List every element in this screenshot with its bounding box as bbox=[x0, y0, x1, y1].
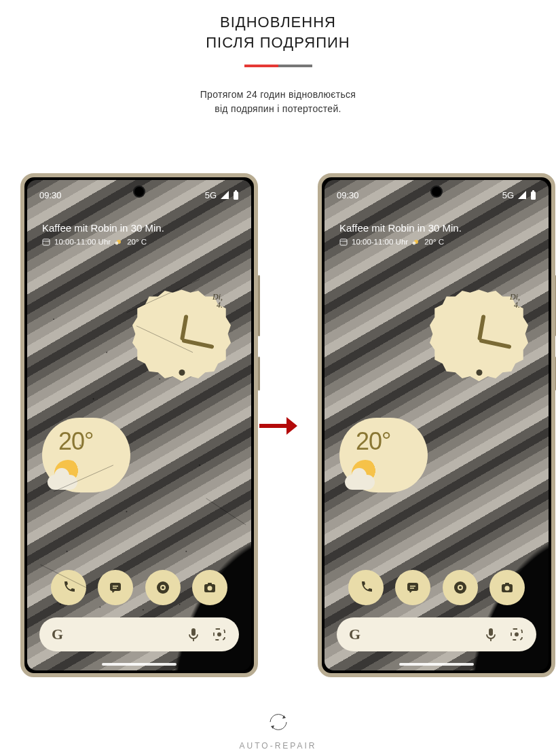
phone-app-icon bbox=[348, 570, 384, 605]
search-bar: G bbox=[337, 617, 536, 651]
phone-screen: 09:30 5G Kaffee mit Robin in 30 Min. 10:… bbox=[325, 180, 549, 670]
search-bar: G bbox=[39, 617, 239, 651]
status-network: 5G bbox=[502, 190, 514, 200]
svg-point-5 bbox=[115, 242, 119, 245]
messages-app-icon bbox=[98, 570, 133, 605]
power-button-icon bbox=[258, 357, 260, 391]
weather-widget: 20° bbox=[339, 418, 428, 492]
footer-label: AUTO-REPAIR bbox=[0, 741, 556, 751]
weather-widget: 20° bbox=[42, 418, 130, 492]
clock-widget: Di, 4. bbox=[132, 289, 231, 387]
status-bar: 09:30 5G bbox=[325, 187, 549, 203]
status-time: 09:30 bbox=[337, 190, 359, 200]
battery-icon bbox=[530, 190, 536, 200]
calendar-icon bbox=[339, 238, 348, 246]
svg-point-44 bbox=[413, 242, 416, 245]
phone-frame: 09:30 5G Kaffee mit Robin in 30 Min. 10:… bbox=[20, 173, 258, 677]
chrome-app-icon bbox=[145, 570, 181, 605]
svg-point-11 bbox=[162, 586, 164, 589]
signal-icon bbox=[220, 191, 229, 199]
status-bar: 09:30 5G bbox=[27, 187, 251, 203]
phone-after: 09:30 5G Kaffee mit Robin in 30 Min. 10:… bbox=[318, 173, 555, 677]
status-time: 09:30 bbox=[39, 190, 62, 200]
sun-icon bbox=[412, 238, 420, 246]
title-line-1: ВІДНОВЛЕННЯ bbox=[0, 12, 556, 33]
signal-icon bbox=[517, 191, 527, 199]
chrome-app-icon bbox=[443, 570, 478, 605]
weather-temp: 20° bbox=[58, 427, 93, 456]
mic-icon bbox=[485, 627, 497, 642]
camera-app-icon bbox=[489, 570, 525, 605]
title-line-2: ПІСЛЯ ПОДРЯПИН bbox=[0, 33, 556, 53]
phone-app-icon bbox=[51, 570, 86, 605]
camera-app-icon bbox=[192, 570, 227, 605]
battery-icon bbox=[233, 190, 239, 200]
refresh-cycle-icon bbox=[266, 710, 291, 734]
glance-info: Kaffee mit Robin in 30 Min. 10:00-11:00 … bbox=[339, 222, 462, 246]
glance-temp: 20° C bbox=[424, 238, 444, 246]
svg-rect-2 bbox=[43, 239, 50, 245]
weather-cloud-icon bbox=[345, 475, 375, 490]
subtitle: Протягом 24 годин відновлюється від подр… bbox=[0, 88, 556, 116]
svg-rect-54 bbox=[489, 628, 493, 636]
side-buttons bbox=[258, 275, 260, 411]
svg-rect-0 bbox=[234, 192, 238, 200]
glance-temp: 20° C bbox=[127, 238, 147, 246]
header: ВІДНОВЛЕННЯ ПІСЛЯ ПОДРЯПИН Протягом 24 г… bbox=[0, 0, 556, 116]
mic-icon bbox=[187, 627, 200, 642]
arrow-right-icon bbox=[258, 414, 299, 440]
clock-widget: Di, 4. bbox=[430, 289, 528, 387]
svg-rect-41 bbox=[340, 239, 347, 245]
svg-rect-1 bbox=[235, 190, 237, 192]
footer: AUTO-REPAIR bbox=[0, 710, 556, 751]
messages-app-icon bbox=[395, 570, 430, 605]
svg-rect-45 bbox=[407, 583, 418, 591]
status-network: 5G bbox=[205, 190, 217, 200]
google-g-icon: G bbox=[349, 626, 360, 643]
svg-rect-39 bbox=[531, 192, 536, 200]
glance-time: 10:00-11:00 Uhr bbox=[54, 238, 111, 246]
google-g-icon: G bbox=[52, 626, 63, 643]
subtitle-line-2: від подряпин і потертостей. bbox=[0, 102, 556, 116]
volume-button-icon bbox=[258, 275, 260, 336]
svg-point-18 bbox=[217, 632, 221, 636]
accent-underline bbox=[244, 65, 312, 67]
dock bbox=[27, 570, 251, 605]
svg-point-57 bbox=[515, 632, 519, 636]
dock bbox=[325, 570, 549, 605]
glance-time: 10:00-11:00 Uhr bbox=[352, 238, 408, 246]
glance-event: Kaffee mit Robin in 30 Min. bbox=[339, 222, 462, 234]
lens-icon bbox=[212, 627, 227, 642]
svg-rect-6 bbox=[110, 583, 121, 591]
sun-icon bbox=[115, 238, 123, 246]
svg-rect-15 bbox=[191, 628, 196, 636]
weather-cloud-icon bbox=[48, 475, 77, 490]
home-indicator bbox=[399, 663, 474, 666]
svg-point-52 bbox=[504, 586, 509, 591]
glance-info: Kaffee mit Robin in 30 Min. 10:00-11:00 … bbox=[42, 222, 164, 246]
svg-rect-53 bbox=[505, 583, 509, 585]
weather-temp: 20° bbox=[356, 427, 390, 456]
svg-rect-14 bbox=[208, 583, 212, 585]
lens-icon bbox=[509, 627, 524, 642]
svg-rect-40 bbox=[532, 190, 534, 192]
svg-point-13 bbox=[207, 586, 212, 591]
glance-event: Kaffee mit Robin in 30 Min. bbox=[42, 222, 164, 234]
page-title: ВІДНОВЛЕННЯ ПІСЛЯ ПОДРЯПИН bbox=[0, 12, 556, 52]
svg-point-50 bbox=[459, 586, 462, 589]
home-indicator bbox=[102, 663, 177, 666]
subtitle-line-1: Протягом 24 годин відновлюється bbox=[0, 88, 556, 102]
phone-before: 09:30 5G Kaffee mit Robin in 30 Min. 10:… bbox=[20, 173, 258, 677]
phone-screen: 09:30 5G Kaffee mit Robin in 30 Min. 10:… bbox=[27, 180, 251, 670]
comparison-row: 09:30 5G Kaffee mit Robin in 30 Min. 10:… bbox=[0, 173, 556, 689]
calendar-icon bbox=[42, 238, 50, 246]
phone-frame: 09:30 5G Kaffee mit Robin in 30 Min. 10:… bbox=[318, 173, 555, 677]
